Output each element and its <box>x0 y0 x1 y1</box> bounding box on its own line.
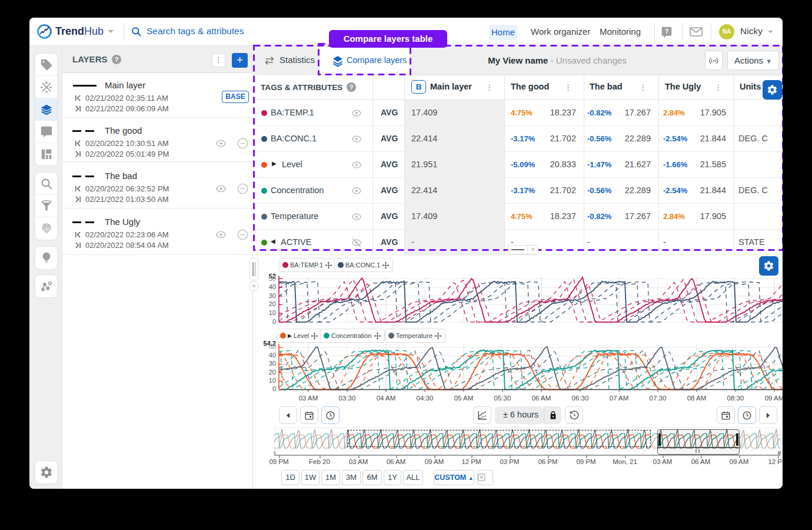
svg-text:?: ? <box>665 28 669 35</box>
